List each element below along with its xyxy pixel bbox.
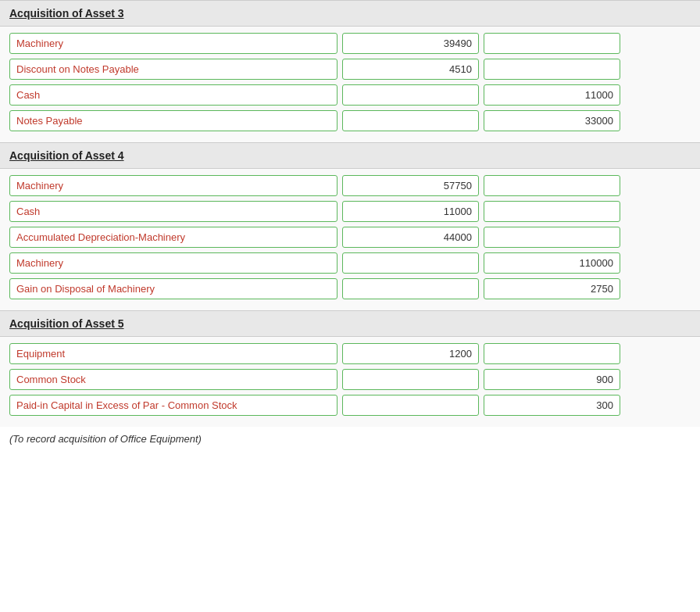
debit-input[interactable] (342, 201, 479, 222)
debit-input[interactable] (342, 59, 479, 80)
account-input[interactable] (9, 343, 338, 364)
debit-field (342, 227, 479, 248)
journal-row (9, 84, 691, 106)
debit-field (342, 369, 479, 390)
section-note: (To record acquisition of Office Equipme… (0, 427, 700, 451)
credit-field (484, 110, 620, 131)
debit-field (342, 252, 479, 274)
account-field (9, 278, 338, 299)
debit-field (342, 343, 479, 364)
journal-row (9, 343, 691, 364)
account-input[interactable] (9, 59, 338, 80)
debit-field (342, 59, 479, 80)
debit-field (342, 201, 479, 222)
credit-field (484, 201, 620, 222)
account-field (9, 343, 338, 364)
credit-field (484, 395, 620, 416)
account-field (9, 84, 338, 106)
account-field (9, 227, 338, 248)
debit-input[interactable] (342, 278, 479, 299)
journal-row (9, 110, 691, 131)
section-header-asset5: Acquisition of Asset 5 (0, 310, 700, 337)
account-field (9, 252, 338, 274)
account-input[interactable] (9, 395, 338, 416)
credit-field (484, 252, 620, 274)
debit-field (342, 110, 479, 131)
credit-input[interactable] (484, 343, 620, 364)
section-body-asset3 (0, 27, 700, 142)
credit-input[interactable] (484, 252, 620, 274)
debit-field (342, 175, 479, 196)
credit-field (484, 278, 620, 299)
debit-field (342, 33, 479, 54)
journal-row (9, 395, 691, 416)
journal-row (9, 278, 691, 299)
debit-field (342, 395, 479, 416)
debit-input[interactable] (342, 175, 479, 196)
credit-field (484, 33, 620, 54)
section-header-asset4: Acquisition of Asset 4 (0, 142, 700, 169)
credit-field (484, 227, 620, 248)
account-input[interactable] (9, 175, 338, 196)
section-body-asset4 (0, 169, 700, 310)
account-field (9, 369, 338, 390)
credit-input[interactable] (484, 33, 620, 54)
debit-input[interactable] (342, 252, 479, 274)
page-wrapper: Acquisition of Asset 3Acquisition of Ass… (0, 0, 700, 451)
journal-row (9, 59, 691, 80)
debit-field (342, 84, 479, 106)
debit-input[interactable] (342, 110, 479, 131)
credit-input[interactable] (484, 395, 620, 416)
account-input[interactable] (9, 252, 338, 274)
account-input[interactable] (9, 278, 338, 299)
account-field (9, 395, 338, 416)
section-header-asset3: Acquisition of Asset 3 (0, 0, 700, 27)
credit-field (484, 175, 620, 196)
journal-row (9, 252, 691, 274)
debit-input[interactable] (342, 395, 479, 416)
account-input[interactable] (9, 110, 338, 131)
account-field (9, 110, 338, 131)
credit-input[interactable] (484, 110, 620, 131)
credit-field (484, 84, 620, 106)
account-input[interactable] (9, 227, 338, 248)
credit-field (484, 59, 620, 80)
journal-row (9, 369, 691, 390)
credit-input[interactable] (484, 201, 620, 222)
debit-input[interactable] (342, 343, 479, 364)
account-input[interactable] (9, 369, 338, 390)
credit-field (484, 369, 620, 390)
account-field (9, 201, 338, 222)
credit-input[interactable] (484, 175, 620, 196)
account-field (9, 175, 338, 196)
journal-row (9, 201, 691, 222)
credit-input[interactable] (484, 227, 620, 248)
debit-input[interactable] (342, 84, 479, 106)
credit-input[interactable] (484, 59, 620, 80)
account-input[interactable] (9, 33, 338, 54)
section-body-asset5 (0, 337, 700, 427)
credit-input[interactable] (484, 369, 620, 390)
account-field (9, 33, 338, 54)
account-input[interactable] (9, 84, 338, 106)
debit-field (342, 278, 479, 299)
credit-input[interactable] (484, 84, 620, 106)
debit-input[interactable] (342, 33, 479, 54)
debit-input[interactable] (342, 369, 479, 390)
debit-input[interactable] (342, 227, 479, 248)
credit-input[interactable] (484, 278, 620, 299)
account-field (9, 59, 338, 80)
journal-row (9, 227, 691, 248)
credit-field (484, 343, 620, 364)
journal-row (9, 175, 691, 196)
journal-row (9, 33, 691, 54)
account-input[interactable] (9, 201, 338, 222)
